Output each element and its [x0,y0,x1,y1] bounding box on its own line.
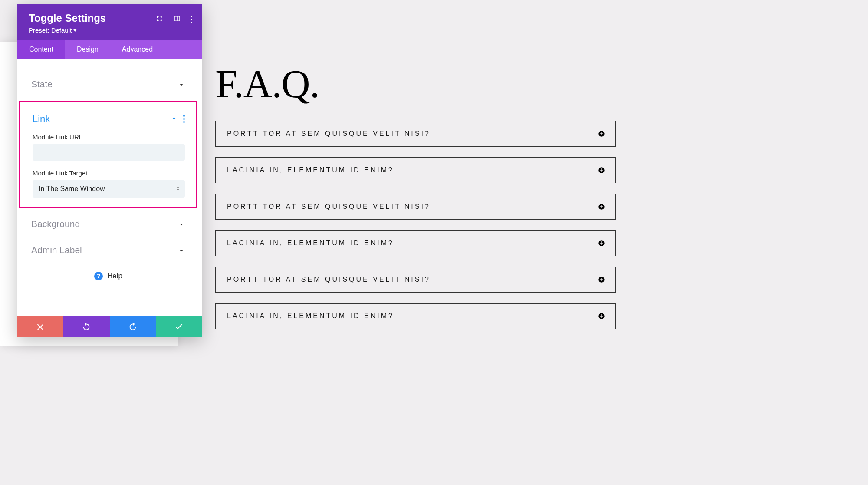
svg-rect-17 [600,316,603,316]
faq-item[interactable]: LACINIA IN, ELEMENTUM ID ENIM? [215,230,616,256]
plus-icon [598,313,605,320]
faq-item[interactable]: LACINIA IN, ELEMENTUM ID ENIM? [215,157,616,183]
target-label: Module Link Target [33,169,185,177]
section-text-cropped[interactable]: Text [17,59,199,71]
caret-down-icon: ▾ [73,26,77,34]
tab-design[interactable]: Design [65,40,110,59]
help-button[interactable]: ? Help [17,263,199,291]
faq-item[interactable]: PORTTITOR AT SEM QUISQUE VELIT NISI? [215,267,616,293]
link-section-highlight: Link Module Link URL Module Link Target [19,101,197,208]
preset-label: Preset: Default [29,26,72,34]
plus-icon [598,240,605,247]
plus-icon [598,130,605,137]
section-background[interactable]: Background [17,211,199,237]
help-icon: ? [94,272,103,280]
chevron-up-icon[interactable] [170,114,178,124]
plus-icon [598,167,605,174]
target-select[interactable] [33,180,185,198]
faq-list: PORTTITOR AT SEM QUISQUE VELIT NISI?LACI… [215,121,616,329]
svg-rect-11 [600,243,603,243]
plus-icon [598,276,605,283]
url-label: Module Link URL [33,133,185,141]
tabs: ContentDesignAdvanced [17,40,202,59]
faq-item[interactable]: PORTTITOR AT SEM QUISQUE VELIT NISI? [215,121,616,147]
kebab-icon[interactable] [191,16,192,23]
faq-item-label: PORTTITOR AT SEM QUISQUE VELIT NISI? [227,130,431,138]
panel-body: Text State Link Module Link URL [17,59,202,316]
faq-item-label: PORTTITOR AT SEM QUISQUE VELIT NISI? [227,203,431,211]
chevron-down-icon [178,246,185,254]
expand-icon[interactable] [156,15,164,24]
faq-item-label: LACINIA IN, ELEMENTUM ID ENIM? [227,166,394,174]
chevron-down-icon [55,59,185,71]
svg-rect-8 [600,206,603,207]
settings-panel: Toggle Settings Preset: Default ▾ Conten… [17,4,202,337]
undo-button[interactable] [63,316,109,337]
tab-content[interactable]: Content [17,40,65,59]
panel-footer [17,316,202,337]
faq-title: F.A.Q. [215,61,616,107]
section-state[interactable]: State [17,71,199,97]
chevron-down-icon [178,220,185,228]
chevron-down-icon [178,80,185,88]
section-background-label: Background [31,219,80,229]
link-section-title[interactable]: Link [33,113,50,125]
svg-rect-14 [600,279,603,280]
panel-header: Toggle Settings Preset: Default ▾ [17,4,202,40]
help-label: Help [107,272,122,280]
url-input[interactable] [33,144,185,161]
preset-dropdown[interactable]: Preset: Default ▾ [29,26,106,34]
section-state-label: State [31,79,53,89]
plus-icon [598,203,605,210]
redo-button[interactable] [110,316,156,337]
body-scroll[interactable]: Text State Link Module Link URL [17,59,202,316]
section-admin-label[interactable]: Admin Label [17,237,199,263]
svg-rect-2 [600,133,603,134]
faq-item-label: LACINIA IN, ELEMENTUM ID ENIM? [227,312,394,320]
faq-item[interactable]: LACINIA IN, ELEMENTUM ID ENIM? [215,303,616,329]
section-admin-label-text: Admin Label [31,245,82,255]
sidebar-toggle-icon[interactable] [173,15,181,24]
cancel-button[interactable] [17,316,63,337]
tab-advanced[interactable]: Advanced [110,40,164,59]
faq-item-label: PORTTITOR AT SEM QUISQUE VELIT NISI? [227,276,431,284]
faq-region: F.A.Q. PORTTITOR AT SEM QUISQUE VELIT NI… [215,61,616,340]
kebab-icon[interactable] [183,115,185,123]
faq-item-label: LACINIA IN, ELEMENTUM ID ENIM? [227,239,394,247]
faq-item[interactable]: PORTTITOR AT SEM QUISQUE VELIT NISI? [215,194,616,220]
svg-rect-5 [600,170,603,170]
save-button[interactable] [156,316,202,337]
panel-title: Toggle Settings [29,12,106,24]
